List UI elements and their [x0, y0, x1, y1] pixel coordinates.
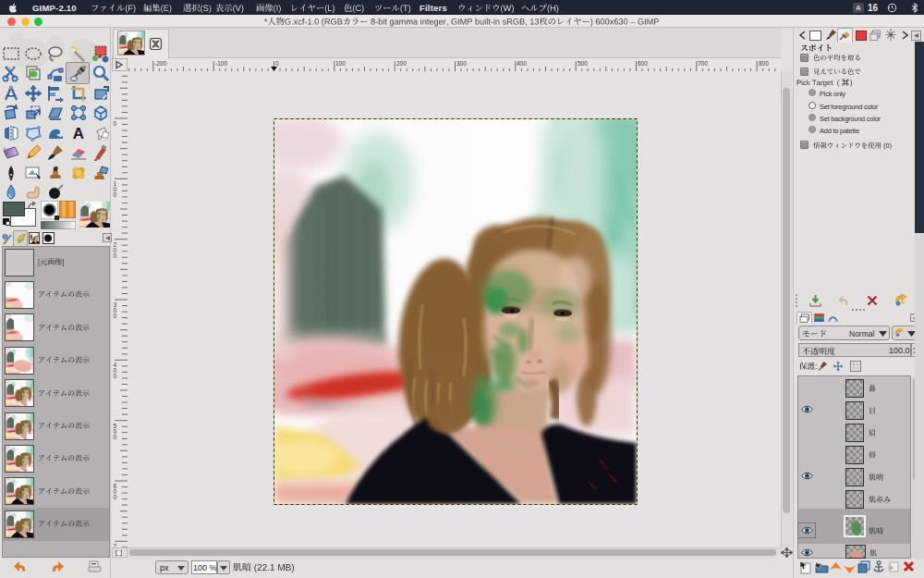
svg-text:A: A [72, 125, 83, 142]
svg-text:300: 300 [456, 60, 467, 67]
svg-text:0: 0 [114, 191, 117, 198]
svg-text:100: 100 [335, 60, 346, 67]
svg-text:200: 200 [396, 60, 407, 67]
svg-text:600: 600 [638, 60, 648, 67]
svg-text:0: 0 [114, 434, 117, 440]
svg-text:-100: -100 [215, 60, 227, 67]
svg-text:i: i [5, 234, 6, 240]
svg-text:0: 0 [114, 494, 117, 500]
svg-text:0: 0 [114, 120, 117, 127]
svg-text:0: 0 [275, 60, 279, 67]
svg-text:700: 700 [698, 60, 708, 67]
svg-text:800: 800 [759, 60, 769, 67]
svg-text:0: 0 [114, 313, 117, 319]
svg-text:0: 0 [114, 373, 117, 379]
svg-text:400: 400 [517, 60, 527, 67]
svg-text:0: 0 [114, 252, 117, 259]
svg-text:500: 500 [578, 60, 588, 67]
svg-text:-200: -200 [154, 60, 166, 67]
